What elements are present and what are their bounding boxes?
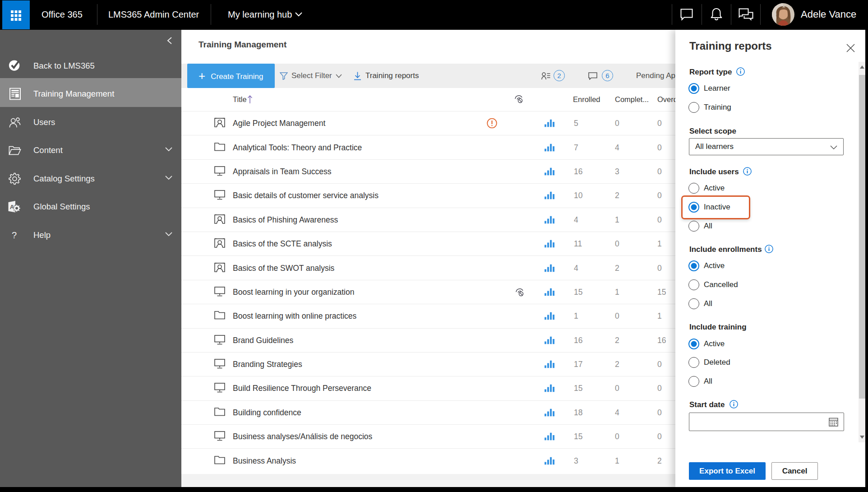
- svg-text:A: A: [10, 204, 14, 210]
